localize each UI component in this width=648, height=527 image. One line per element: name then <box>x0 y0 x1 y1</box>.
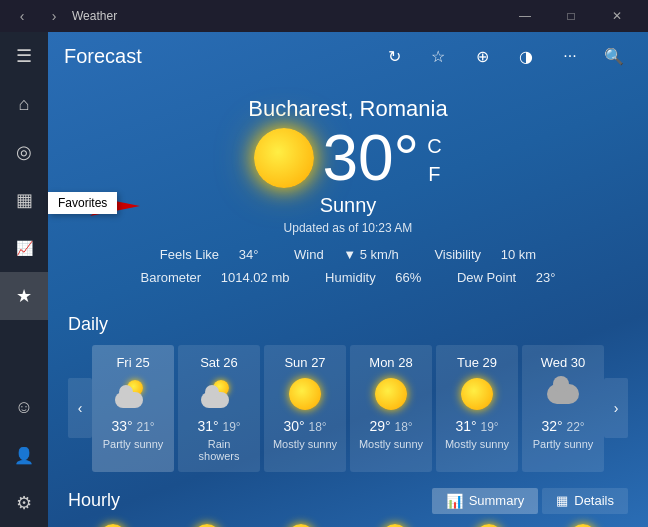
main-content: Forecast ↻ ☆ ⊕ ◑ ··· 🔍 Bucharest, Romani… <box>48 32 648 527</box>
humidity-label: Humidity <box>325 270 376 285</box>
day-icon <box>444 376 510 412</box>
titlebar: ‹ › Weather — □ ✕ <box>0 0 648 32</box>
daily-title: Daily <box>68 314 628 335</box>
daily-card[interactable]: Sun 27 30° 18° Mostly sunny <box>264 345 346 472</box>
more-options-button[interactable]: ··· <box>552 38 588 74</box>
day-icon <box>358 376 424 412</box>
dew-point: Dew Point 23° <box>449 270 564 285</box>
day-desc: Mostly sunny <box>358 438 424 450</box>
day-name: Wed 30 <box>530 355 596 370</box>
city-name: Bucharest, Romania <box>68 96 628 122</box>
day-desc: Mostly sunny <box>272 438 338 450</box>
summary-tab[interactable]: 📊 Summary <box>432 488 539 514</box>
minimize-button[interactable]: — <box>502 0 548 32</box>
app: ☰ ⌂ ◎ ▦ 📈 ★ ☺ 👤 <box>0 32 648 527</box>
cloud-sun-icon <box>115 380 151 408</box>
daily-card[interactable]: Sat 26 31° 19° Rain showers <box>178 345 260 472</box>
day-name: Tue 29 <box>444 355 510 370</box>
day-icon <box>272 376 338 412</box>
summary-tab-label: Summary <box>469 493 525 508</box>
day-desc: Partly sunny <box>530 438 596 450</box>
chart-tab-icon: 📊 <box>446 493 463 509</box>
daily-card[interactable]: Fri 25 33° 21° Partly sunny <box>92 345 174 472</box>
grid-tab-icon: ▦ <box>556 493 568 508</box>
daily-card[interactable]: Tue 29 31° 19° Mostly sunny <box>436 345 518 472</box>
details-tab[interactable]: ▦ Details <box>542 488 628 514</box>
barometer: Barometer 1014.02 mb <box>132 270 301 285</box>
settings-icon: ⚙ <box>16 492 32 514</box>
sidebar-item-person[interactable]: 👤 <box>0 431 48 479</box>
humidity: Humidity 66% <box>317 270 433 285</box>
scroll-content: Bucharest, Romania 30° C F Sunny Updated… <box>48 80 648 527</box>
window: ‹ › Weather — □ ✕ ☰ ⌂ ◎ ▦ 📈 <box>0 0 648 527</box>
emoji-icon: ☺ <box>15 397 33 418</box>
sidebar-item-chart[interactable]: 📈 <box>0 224 48 272</box>
sidebar-item-news[interactable]: ◎ <box>0 128 48 176</box>
mini-cloud <box>201 392 229 408</box>
weather-details-2: Barometer 1014.02 mb Humidity 66% Dew Po… <box>68 266 628 289</box>
wind-value: ▼ 5 km/h <box>343 247 399 262</box>
daily-scroll-wrapper: ‹ Fri 25 33° 21° Partly sunny Sat 26 31°… <box>68 345 628 472</box>
feels-like: Feels Like 34° <box>152 247 270 262</box>
dark-mode-button[interactable]: ◑ <box>508 38 544 74</box>
toolbar-actions: ↻ ☆ ⊕ ◑ ··· 🔍 <box>376 38 632 74</box>
menu-icon: ☰ <box>16 45 32 67</box>
day-desc: Rain showers <box>186 438 252 462</box>
day-icon <box>186 376 252 412</box>
sidebar-item-home[interactable]: ⌂ <box>0 80 48 128</box>
daily-scroll-left[interactable]: ‹ <box>68 378 92 438</box>
day-temps: 29° 18° <box>358 418 424 434</box>
mini-sun-icon <box>375 378 407 410</box>
day-icon <box>530 376 596 412</box>
current-weather: Bucharest, Romania 30° C F Sunny Updated… <box>68 80 628 298</box>
back-button[interactable]: ‹ <box>8 2 36 30</box>
titlebar-nav: ‹ › <box>8 2 68 30</box>
unit-f: F <box>427 160 441 188</box>
day-desc: Mostly sunny <box>444 438 510 450</box>
titlebar-title: Weather <box>72 9 117 23</box>
temp-row: 30° C F <box>68 126 628 190</box>
day-temps: 31° 19° <box>186 418 252 434</box>
feels-like-value: 34° <box>239 247 259 262</box>
close-button[interactable]: ✕ <box>594 0 640 32</box>
sidebar-bottom: ☺ 👤 ⚙ <box>0 383 48 527</box>
sidebar-item-settings[interactable]: ⚙ <box>0 479 48 527</box>
mini-sun-icon <box>289 378 321 410</box>
favorites-tooltip: Favorites <box>48 192 117 214</box>
pin-button[interactable]: ⊕ <box>464 38 500 74</box>
daily-card[interactable]: Mon 28 29° 18° Mostly sunny <box>350 345 432 472</box>
updated-time: Updated as of 10:23 AM <box>68 221 628 235</box>
favorites-star-button[interactable]: ☆ <box>420 38 456 74</box>
dew-point-value: 23° <box>536 270 556 285</box>
sidebar-item-maps[interactable]: ▦ <box>0 176 48 224</box>
maximize-button[interactable]: □ <box>548 0 594 32</box>
daily-card[interactable]: Wed 30 32° 22° Partly sunny <box>522 345 604 472</box>
daily-scroll-right[interactable]: › <box>604 378 628 438</box>
day-temps: 31° 19° <box>444 418 510 434</box>
favorites-icon: ★ <box>16 285 32 307</box>
cloud-sun-icon <box>201 380 237 408</box>
mini-sun-icon <box>461 378 493 410</box>
app-toolbar: Forecast ↻ ☆ ⊕ ◑ ··· 🔍 <box>48 32 648 80</box>
day-name: Fri 25 <box>100 355 166 370</box>
temperature: 30° <box>322 126 419 190</box>
sidebar-item-emoji[interactable]: ☺ <box>0 383 48 431</box>
day-name: Sun 27 <box>272 355 338 370</box>
day-icon <box>100 376 166 412</box>
humidity-value: 66% <box>395 270 421 285</box>
temp-unit: C F <box>427 132 441 188</box>
sidebar-item-menu[interactable]: ☰ <box>0 32 48 80</box>
chart-icon: 📈 <box>16 240 33 256</box>
refresh-button[interactable]: ↻ <box>376 38 412 74</box>
forward-button[interactable]: › <box>40 2 68 30</box>
search-button[interactable]: 🔍 <box>596 38 632 74</box>
hourly-header: Hourly 📊 Summary ▦ Details <box>68 488 628 514</box>
visibility: Visibility 10 km <box>426 247 544 262</box>
news-icon: ◎ <box>16 141 32 163</box>
home-icon: ⌂ <box>19 94 30 115</box>
sidebar-item-favorites[interactable]: ★ <box>0 272 48 320</box>
barometer-label: Barometer <box>140 270 201 285</box>
weather-details: Feels Like 34° Wind ▼ 5 km/h Visibility … <box>68 243 628 266</box>
hourly-tabs: 📊 Summary ▦ Details <box>432 488 628 514</box>
feels-like-label: Feels Like <box>160 247 219 262</box>
